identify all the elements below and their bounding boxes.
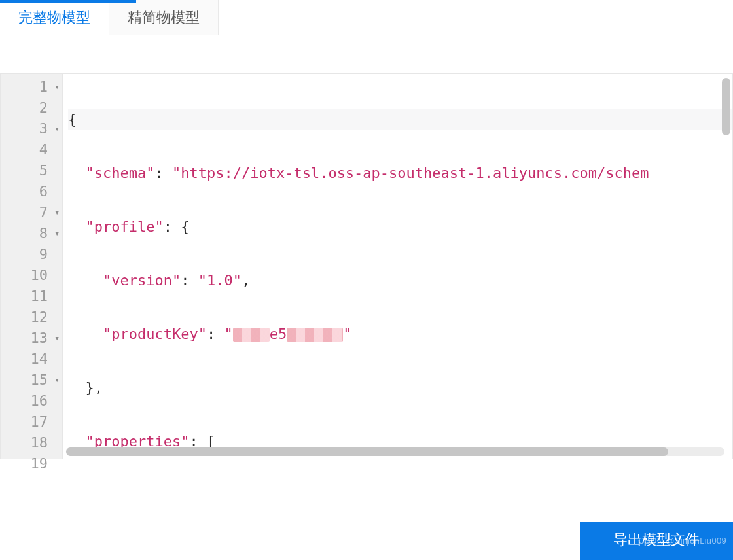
line-number: 4 <box>1 139 62 160</box>
line-number: 1▾ <box>1 77 62 97</box>
line-number: 7▾ <box>1 202 62 223</box>
fold-icon[interactable]: ▾ <box>50 328 60 349</box>
code-line: "productKey": "e5" <box>68 324 732 345</box>
code-line: "profile": { <box>68 217 732 237</box>
code-line: }, <box>68 377 732 398</box>
line-number: 11 <box>1 286 62 307</box>
line-number: 16 <box>1 391 62 411</box>
line-number: 17 <box>1 411 62 432</box>
export-model-button[interactable]: 导出模型文件 CSDN @SimonLiu009 <box>580 522 733 560</box>
tab-simple-model[interactable]: 精简物模型 <box>109 0 219 35</box>
redacted-text <box>287 328 343 342</box>
horizontal-scrollbar-thumb[interactable] <box>66 447 668 456</box>
line-number: 19 <box>1 453 62 474</box>
tabs-bar: 完整物模型 精简物模型 <box>0 0 733 35</box>
code-line: "version": "1.0", <box>68 270 732 291</box>
line-number: 14 <box>1 349 62 370</box>
fold-icon[interactable]: ▾ <box>50 118 60 139</box>
line-number: 2 <box>1 97 62 118</box>
horizontal-scrollbar-track[interactable] <box>66 447 724 456</box>
watermark-text: CSDN @SimonLiu009 <box>638 523 726 559</box>
code-editor: 1▾ 2 3▾ 4 5 6 7▾ 8▾ 9 10 11 12 13▾ 14 15… <box>0 73 733 459</box>
editor-gutter: 1▾ 2 3▾ 4 5 6 7▾ 8▾ 9 10 11 12 13▾ 14 15… <box>1 74 63 459</box>
code-line: { <box>68 109 732 130</box>
fold-icon[interactable]: ▾ <box>50 77 60 97</box>
line-number: 8▾ <box>1 223 62 244</box>
tab-full-model[interactable]: 完整物模型 <box>0 0 109 35</box>
editor-content[interactable]: { "schema": "https://iotx-tsl.oss-ap-sou… <box>63 74 732 459</box>
line-number: 13▾ <box>1 328 62 349</box>
fold-icon[interactable]: ▾ <box>50 223 60 244</box>
code-line: "schema": "https://iotx-tsl.oss-ap-south… <box>68 163 732 184</box>
line-number: 10 <box>1 265 62 286</box>
fold-icon[interactable]: ▾ <box>50 202 60 223</box>
line-number: 15▾ <box>1 370 62 391</box>
fold-icon[interactable]: ▾ <box>50 370 60 391</box>
line-number: 18 <box>1 432 62 453</box>
line-number: 12 <box>1 307 62 328</box>
line-number: 3▾ <box>1 118 62 139</box>
line-number: 5 <box>1 160 62 181</box>
vertical-scrollbar[interactable] <box>722 78 730 135</box>
line-number: 6 <box>1 181 62 202</box>
redacted-text <box>233 328 270 342</box>
line-number: 9 <box>1 244 62 265</box>
